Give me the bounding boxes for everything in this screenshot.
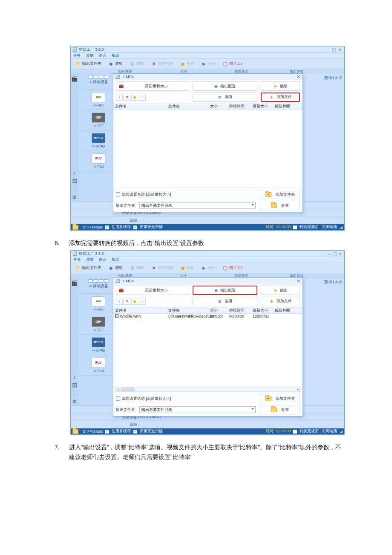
sidebar-item-mpg[interactable]: MPEG-> MPG: [78, 335, 118, 355]
options-button[interactable]: 🗎 选项: [193, 92, 257, 102]
tool-play-icon[interactable]: ◉: [131, 298, 138, 305]
output-path[interactable]: G:\FFOutput: [83, 225, 103, 229]
left-mini-tabs: 🎬 ♪ 🖼 💿 ⚙: [71, 74, 78, 201]
tool-info-icon[interactable]: i: [116, 298, 123, 305]
output-settings-button[interactable]: 输出配置: [193, 81, 257, 91]
after-done[interactable]: 转换完成后 : 关闭电脑: [300, 225, 337, 230]
tool-play-icon[interactable]: ◉: [131, 94, 138, 101]
menu-skin[interactable]: 皮肤: [86, 257, 94, 263]
tab-gear-icon[interactable]: ⚙: [71, 194, 78, 201]
tab-video-icon[interactable]: 🎬: [71, 75, 78, 83]
sidebar-item-flv[interactable]: FLV-> FLV: [78, 151, 118, 171]
sidebar-item-mobile[interactable]: -> 移动设备: [78, 74, 118, 90]
sidebar-item-avi[interactable]: AVI-> AVI: [78, 294, 118, 314]
tab-gear-icon[interactable]: ⚙: [71, 398, 78, 405]
horizontal-scrollbar[interactable]: ◂ ▸: [115, 387, 301, 392]
change-button[interactable]: 改变: [260, 405, 300, 414]
output-folder-button[interactable]: 输出文件夹: [73, 265, 104, 271]
tab-music-icon[interactable]: ♪: [71, 169, 78, 177]
output-folder-button[interactable]: 输出文件夹: [73, 61, 104, 67]
output-settings-button[interactable]: 输出配置: [193, 286, 257, 295]
dialog-footer: 添加设置名称 [高质量和大小] 添加文件夹 输出文件夹 输出至源文件目录 改变: [113, 188, 303, 212]
sidebar-item-flv[interactable]: FLV-> FLV: [78, 355, 118, 376]
tab-disc-icon[interactable]: 💿: [71, 185, 78, 193]
minimize-button[interactable]: —: [327, 251, 332, 256]
close-button[interactable]: ✕: [337, 47, 343, 52]
step-text: 添加完需要转换的视频后，点击“输出设置”设置参数: [69, 238, 204, 248]
add-file-button[interactable]: ＋添加文件: [261, 297, 300, 306]
options-button[interactable]: 选项: [106, 61, 125, 67]
options-button[interactable]: 🗎选项: [193, 297, 257, 306]
tool-info-icon[interactable]: i: [116, 94, 123, 101]
ok-button[interactable]: ➤确定: [261, 286, 300, 295]
profile-selector[interactable]: 🧰 高质量和大小: [116, 81, 189, 91]
close-button[interactable]: ✕: [337, 251, 343, 256]
checkbox-icon[interactable]: ✓: [105, 225, 109, 229]
scroll-left-icon[interactable]: ◂: [115, 387, 121, 391]
cat-advanced[interactable]: 高级: [71, 421, 344, 428]
menu-lang[interactable]: 语言: [99, 53, 107, 58]
checkbox-icon[interactable]: [293, 225, 297, 229]
scroll-right-icon[interactable]: ▸: [295, 387, 300, 391]
tab-disc-icon[interactable]: 💿: [71, 390, 78, 397]
stop-button[interactable]: ◼停止: [178, 265, 196, 271]
add-folder-button[interactable]: 添加文件夹: [260, 394, 300, 403]
menu-lang[interactable]: 语言: [99, 257, 107, 263]
change-button[interactable]: 改变: [260, 201, 300, 210]
start-button[interactable]: ▶开始: [199, 61, 218, 67]
cat-advanced[interactable]: 高级: [71, 217, 344, 224]
sidebar-item-gif[interactable]: GIF-> GIF: [78, 110, 118, 130]
menu-help[interactable]: 帮助: [112, 257, 119, 263]
append-name-checkbox[interactable]: 添加设置名称 [高质量和大小]: [116, 192, 171, 197]
tab-video-icon[interactable]: 🎬: [71, 279, 78, 287]
maximize-button[interactable]: ▢: [331, 47, 336, 52]
picture-factory-button[interactable]: ◯图片工厂: [220, 265, 247, 271]
tool-delete-icon[interactable]: ✕: [124, 94, 130, 101]
dialog-close-button[interactable]: ✕: [297, 74, 300, 80]
dialog-close-button[interactable]: ✕: [297, 278, 300, 284]
tab-music-icon[interactable]: ♪: [71, 373, 78, 381]
add-folder-button[interactable]: 添加文件夹: [260, 190, 300, 199]
opt-multithread[interactable]: 使用多线程: [112, 225, 131, 230]
profile-selector[interactable]: 🧰高质量和大小: [116, 286, 189, 295]
tab-image-icon[interactable]: 🖼: [71, 382, 78, 389]
tool-range-icon[interactable]: ⋯: [139, 94, 146, 101]
menu-skin[interactable]: 皮肤: [86, 53, 94, 58]
scroll-thumb[interactable]: [121, 387, 134, 391]
ok-button[interactable]: ➤ 确定: [261, 81, 300, 91]
stop-button[interactable]: ◼停止: [178, 61, 196, 67]
clear-button[interactable]: ✕清空列表: [149, 265, 175, 271]
menu-help[interactable]: 帮助: [112, 53, 119, 58]
tool-range-icon[interactable]: ⋯: [139, 298, 146, 305]
append-name-checkbox[interactable]: 添加设置名称 [高质量和大小]: [116, 396, 171, 402]
sidebar-item-mobile[interactable]: -> 移动设备: [78, 278, 118, 294]
output-folder-select[interactable]: 输出至源文件目录: [139, 406, 256, 413]
clear-button[interactable]: ✕清空列表: [149, 61, 175, 67]
start-button[interactable]: ▶开始: [199, 265, 218, 271]
minimize-button[interactable]: —: [325, 47, 330, 52]
menu-task[interactable]: 任务: [73, 53, 81, 58]
table-row[interactable]: 🎞 Wildlife.wmv C:\Users\Public\Videos\Sa…: [113, 314, 303, 319]
opt-safescan[interactable]: 质量安全扫描: [140, 225, 163, 230]
remove-button[interactable]: 🗑移除: [127, 265, 146, 271]
dialog-toolbar-1: 🧰 高质量和大小 输出配置 ➤ 确定: [113, 80, 303, 92]
gif-icon: GIF: [92, 113, 105, 123]
add-file-button[interactable]: ＋ 添加文件: [261, 92, 300, 102]
remove-button[interactable]: 🗑移除: [127, 61, 146, 67]
output-path[interactable]: G:\FFOutput: [83, 429, 103, 434]
remove-icon: 🗑: [130, 61, 135, 66]
checkbox-icon: [116, 192, 120, 197]
picture-factory-button[interactable]: ◯图片工厂: [220, 61, 247, 67]
tab-image-icon[interactable]: 🖼: [71, 177, 78, 185]
output-folder-select[interactable]: 输出至源文件目录: [139, 202, 256, 209]
sidebar-item-avi[interactable]: AVI-> AVI: [78, 90, 118, 110]
sidebar-item-mpg[interactable]: MPEG-> MPG: [78, 130, 118, 151]
sidebar-item-gif[interactable]: GIF-> GIF: [78, 314, 118, 335]
maximize-button[interactable]: ▢: [332, 251, 337, 256]
menu-task[interactable]: 任务: [73, 257, 81, 263]
resize-grip-icon[interactable]: ◢: [340, 429, 343, 434]
options-button[interactable]: 选项: [106, 265, 125, 271]
checkbox-icon[interactable]: ✓: [133, 225, 137, 229]
tool-delete-icon[interactable]: ✕: [124, 298, 130, 305]
resize-grip-icon[interactable]: ◢: [340, 225, 343, 229]
